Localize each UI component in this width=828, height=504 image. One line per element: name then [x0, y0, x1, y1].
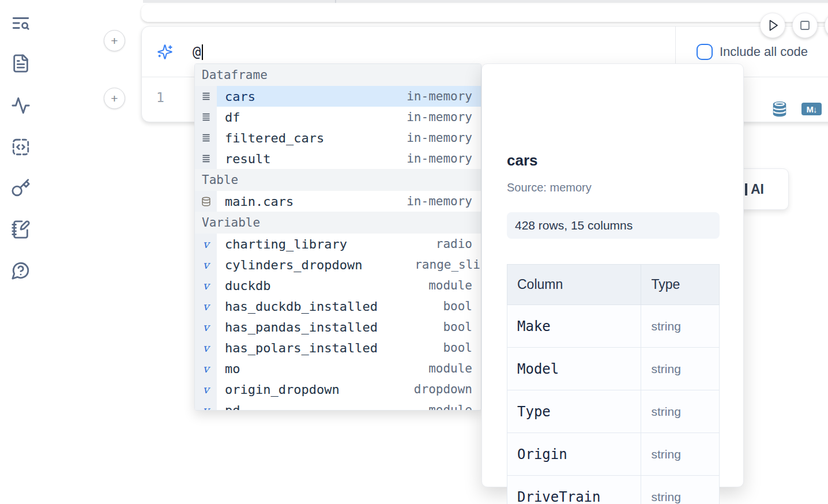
previous-cell-output-edge — [143, 0, 828, 3]
ai-prompt-value: @ — [193, 44, 201, 60]
previous-cell-divider — [335, 0, 336, 3]
preview-shape-badge: 428 rows, 15 columns — [507, 212, 720, 239]
preview-title: cars — [507, 152, 538, 170]
variable-icon: v — [203, 362, 209, 375]
dataframe-icon — [195, 148, 217, 169]
stop-icon — [792, 13, 818, 38]
table-row: Origin string — [507, 433, 720, 476]
variable-icon: v — [203, 300, 209, 313]
autocomplete-item-filtered-cars[interactable]: filtered_cars in-memory — [195, 127, 481, 148]
play-icon — [760, 13, 785, 38]
table-header-row: Column Type — [507, 265, 720, 305]
key-icon — [11, 178, 31, 198]
autocomplete-item-result[interactable]: result in-memory — [195, 148, 481, 169]
autocomplete-item-mo[interactable]: v mo module — [195, 358, 481, 379]
dataframe-icon — [195, 107, 217, 127]
variable-icon: v — [203, 341, 209, 354]
sidebar-item-help[interactable] — [11, 261, 31, 280]
ai-prompt-input[interactable]: @ — [193, 43, 203, 61]
autocomplete-dropdown: Dataframe cars in-memory df in-memory fi… — [194, 63, 481, 411]
table-row: DriveTrain string — [507, 476, 720, 504]
autocomplete-item-main-cars[interactable]: main.cars in-memory — [195, 191, 481, 212]
dataframe-icon — [195, 127, 217, 148]
code-square-icon — [11, 137, 31, 157]
stop-button[interactable] — [792, 13, 818, 38]
clipped-letter-fragment — [745, 183, 747, 195]
variable-icon: v — [203, 321, 209, 333]
include-all-code-label: Include all code — [720, 44, 808, 59]
variable-icon: v — [203, 279, 209, 292]
autocomplete-item-cylinders-dropdown[interactable]: v cylinders_dropdown range_sli — [195, 254, 481, 275]
autocomplete-item-duckdb[interactable]: v duckdb module — [195, 275, 481, 296]
include-all-code-checkbox[interactable] — [697, 44, 713, 60]
autocomplete-item-origin-dropdown[interactable]: v origin_dropdown dropdown — [195, 379, 481, 400]
run-cell-button[interactable] — [760, 13, 785, 38]
line-number: 1 — [156, 90, 164, 105]
preview-table: Column Type Make string Model string Typ… — [507, 264, 720, 504]
autocomplete-item-has-pandas-installed[interactable]: v has_pandas_installed bool — [195, 317, 481, 337]
variable-icon: v — [203, 238, 209, 250]
file-text-icon — [11, 54, 31, 73]
autocomplete-item-pd-partial[interactable]: v pd module — [195, 400, 481, 411]
section-header-table: Table — [195, 169, 481, 191]
help-circle-icon — [11, 261, 31, 280]
sidebar-item-secrets[interactable] — [11, 178, 31, 198]
preview-source: Source: memory — [507, 181, 592, 194]
section-header-dataframe: Dataframe — [195, 64, 481, 86]
sidebar-item-files[interactable] — [11, 54, 31, 73]
variable-icon: v — [203, 258, 209, 271]
column-header: Column — [507, 265, 641, 305]
list-search-icon — [11, 13, 31, 33]
ai-button-label: AI — [751, 182, 764, 197]
autocomplete-item-has-polars-installed[interactable]: v has_polars_installed bool — [195, 337, 481, 358]
sidebar-item-snippets[interactable] — [11, 137, 31, 157]
sparkles-icon — [157, 44, 173, 60]
dataframe-icon — [195, 86, 217, 107]
autocomplete-item-df[interactable]: df in-memory — [195, 107, 481, 127]
markdown-icon[interactable]: M↓ — [801, 103, 822, 115]
database-outline-icon — [195, 191, 217, 212]
type-header: Type — [641, 265, 720, 305]
autocomplete-item-has-duckdb-installed[interactable]: v has_duckdb_installed bool — [195, 296, 481, 317]
variable-icon: v — [203, 383, 209, 396]
autocomplete-item-cars[interactable]: cars in-memory — [195, 86, 481, 107]
dataframe-preview-popover: cars Source: memory 428 rows, 15 columns… — [481, 63, 744, 487]
table-row: Type string — [507, 390, 720, 433]
previous-cell — [141, 4, 828, 22]
variable-icon: v — [203, 404, 209, 411]
database-icon[interactable] — [771, 100, 788, 118]
table-row: Model string — [507, 348, 720, 390]
add-cell-above-button[interactable]: + — [104, 30, 125, 51]
autocomplete-item-charting-library[interactable]: v charting_library radio — [195, 234, 481, 254]
notebook-pen-icon — [11, 220, 31, 239]
section-header-variable: Variable — [195, 212, 481, 234]
activity-icon — [11, 96, 31, 115]
table-row: Make string — [507, 305, 720, 348]
text-cursor — [202, 44, 203, 60]
sidebar-item-scratchpad[interactable] — [11, 220, 31, 239]
preview-table-wrap: Column Type Make string Model string Typ… — [507, 264, 720, 504]
add-cell-below-button[interactable]: + — [104, 88, 125, 109]
sidebar-item-search[interactable] — [11, 13, 31, 33]
sidebar-item-activity[interactable] — [11, 96, 31, 115]
